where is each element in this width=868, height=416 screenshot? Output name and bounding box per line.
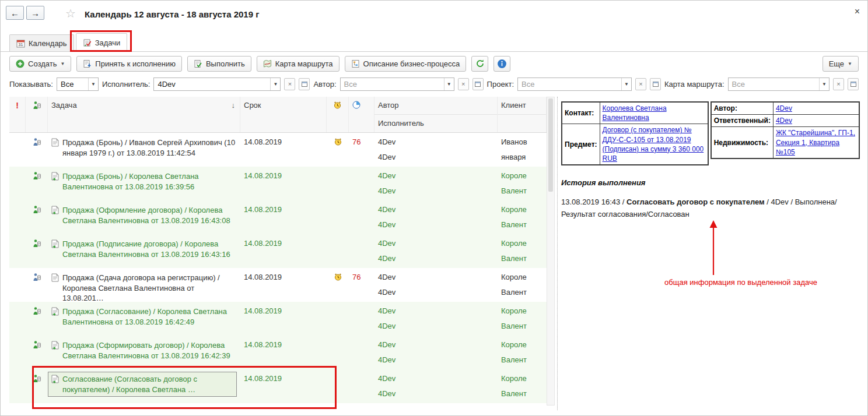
info-button[interactable] (494, 56, 510, 72)
chevron-down-icon[interactable]: ▼ (621, 78, 631, 90)
reminder-cell (327, 369, 349, 403)
task-row[interactable]: Продажа (Бронь) / Иванов Сергей Архипови… (9, 133, 547, 167)
state-cell (26, 268, 48, 302)
author-clear-button[interactable]: × (458, 78, 469, 90)
priority-cell (9, 133, 26, 167)
close-icon[interactable]: × (855, 6, 860, 17)
accept-button[interactable]: Принять к исполнению (76, 56, 182, 72)
chevron-down-icon[interactable]: ▼ (88, 78, 98, 90)
forward-button[interactable]: → (26, 6, 44, 20)
client-cell: Короле Валент (498, 302, 547, 336)
person-icon (32, 138, 41, 147)
contact-link[interactable]: Королева Светлана Валентиновна (603, 104, 667, 122)
task-table: ! Задача↓ Срок Автор Исполнитель Клиент (9, 97, 547, 406)
chevron-down-icon[interactable]: ▼ (270, 78, 280, 90)
executor-filter-label: Исполнитель: (102, 80, 150, 89)
reminder-cell (327, 268, 349, 302)
chevron-down-icon: ▼ (848, 61, 852, 66)
back-button[interactable]: ← (6, 6, 24, 20)
document-icon (51, 206, 59, 214)
reminder-cell (327, 336, 349, 369)
task-row[interactable]: Продажа (Сформировать договор) / Королев… (9, 336, 547, 369)
route-clear-button[interactable]: × (833, 78, 844, 90)
favorite-star-icon[interactable]: ☆ (65, 6, 76, 20)
show-filter-label: Показывать: (9, 80, 53, 89)
tab-calendar[interactable]: 31 Календарь (9, 34, 74, 51)
subject-label: Предмет: (562, 124, 600, 165)
reminder-cell (327, 167, 349, 200)
responsible-link[interactable]: 4Dev (776, 117, 792, 125)
process-description-button[interactable]: Описание бизнес-процесса (345, 56, 467, 72)
project-choose-button[interactable] (650, 78, 661, 90)
reminder-cell (327, 234, 349, 268)
route-filter-label: Карта маршрута: (664, 80, 724, 89)
due-cell: 14.08.2019 (240, 234, 327, 268)
task-row[interactable]: Продажа (Подписание договора) / Королева… (9, 234, 547, 268)
task-cell: Продажа (Сдача договора на регистрацию) … (48, 268, 240, 302)
route-choose-button[interactable] (848, 78, 859, 90)
person-icon (32, 374, 41, 383)
realty-link[interactable]: ЖК "Старейшина", ГП-1, Секция 1, Квартир… (776, 129, 855, 156)
duration-cell: 76 (349, 268, 374, 302)
task-row[interactable]: Продажа (Бронь) / Королева Светлана Вале… (9, 167, 547, 200)
show-filter-select[interactable]: Все ▼ (57, 77, 99, 91)
scrollbar-thumb[interactable] (548, 98, 553, 192)
chevron-down-icon[interactable]: ▼ (444, 78, 454, 90)
back-arrow-icon: ← (10, 8, 19, 18)
executor-filter-combo[interactable]: 4Dev ▼ (153, 77, 281, 91)
header-client[interactable]: Клиент (498, 97, 547, 132)
pie-chart-icon (352, 101, 360, 109)
vertical-scrollbar[interactable] (547, 97, 555, 406)
create-button[interactable]: Создать▼ (9, 56, 71, 72)
project-filter-combo[interactable]: Все ▼ (517, 77, 632, 91)
header-state[interactable] (26, 97, 48, 132)
route-filter-combo[interactable]: Все ▼ (728, 77, 830, 91)
person-icon (32, 205, 41, 214)
task-cell: Согласование (Согласовать договор с поку… (48, 369, 240, 403)
author-link[interactable]: 4Dev (776, 104, 792, 112)
reminder-cell (327, 200, 349, 234)
history-title: История выполнения (561, 178, 860, 187)
priority-cell (9, 234, 26, 268)
tab-tasks[interactable]: Задачи (76, 33, 128, 52)
header-priority[interactable]: ! (9, 97, 26, 132)
executor-clear-button[interactable]: × (284, 78, 295, 90)
duration-cell (349, 167, 374, 200)
author-filter-combo[interactable]: Все ▼ (340, 77, 454, 91)
refresh-icon (475, 59, 485, 68)
task-row[interactable]: Продажа (Согласование) / Королева Светла… (9, 302, 547, 336)
person-icon (32, 306, 41, 316)
nav-buttons: ← → (6, 6, 44, 20)
refresh-button[interactable] (471, 56, 488, 72)
project-clear-button[interactable]: × (635, 78, 646, 90)
author-executor-cell: 4Dev 4Dev (374, 268, 498, 302)
header-due[interactable]: Срок (240, 97, 327, 132)
task-row[interactable]: Согласование (Согласовать договор с поку… (9, 369, 547, 403)
priority-cell (9, 200, 26, 234)
author-choose-button[interactable] (473, 78, 484, 90)
business-process-icon (351, 59, 360, 68)
more-button[interactable]: Еще▼ (822, 56, 859, 72)
choose-window-icon (302, 82, 307, 87)
task-row[interactable]: Продажа (Сдача договора на регистрацию) … (9, 268, 547, 302)
route-map-icon (263, 59, 272, 68)
executor-choose-button[interactable] (299, 78, 310, 90)
client-cell: Короле Валент (498, 336, 547, 369)
header-task[interactable]: Задача↓ (48, 97, 240, 132)
header-author-executor[interactable]: Автор Исполнитель (374, 97, 498, 132)
execute-button[interactable]: Выполнить (187, 56, 251, 72)
route-map-button[interactable]: Карта маршрута (257, 56, 340, 72)
author-executor-cell: 4Dev 4Dev (374, 336, 498, 369)
task-cell: Продажа (Бронь) / Иванов Сергей Архипови… (48, 133, 240, 167)
task-row[interactable]: Продажа (Оформление договора) / Королева… (9, 200, 547, 234)
subject-link[interactable]: Договор (с покупателем) № ДДУ-С-С-105 от… (603, 126, 704, 163)
chevron-down-icon[interactable]: ▼ (819, 78, 829, 90)
client-cell: Короле Валент (498, 369, 547, 403)
document-icon (51, 307, 59, 316)
table-header-row: ! Задача↓ Срок Автор Исполнитель Клиент (9, 97, 547, 133)
person-icon (32, 171, 41, 181)
header-duration[interactable] (349, 97, 374, 132)
client-cell: Короле Валент (498, 234, 547, 268)
header-reminder[interactable] (327, 97, 349, 132)
history-task-name: Согласовать договор с покупателем (626, 198, 765, 206)
